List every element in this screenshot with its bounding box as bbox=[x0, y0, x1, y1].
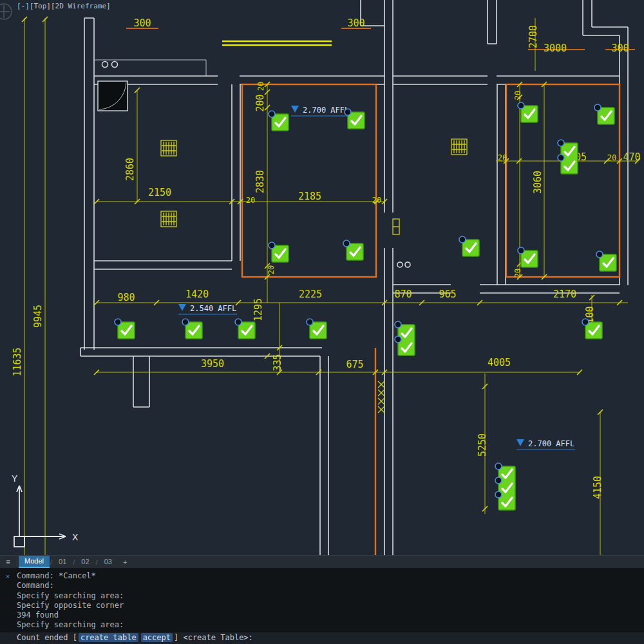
count-marker[interactable] bbox=[594, 104, 614, 124]
command-history-line: Command: *Cancel* bbox=[0, 571, 644, 581]
command-history-line: Command: bbox=[0, 581, 644, 591]
dim-label-vertical[interactable]: 20 bbox=[256, 82, 265, 91]
tab-model[interactable]: Model bbox=[19, 556, 50, 568]
prompt-option-create-table[interactable]: create table bbox=[79, 633, 138, 642]
command-history-line: Specify searching area: bbox=[0, 591, 644, 601]
count-marker-stack[interactable] bbox=[558, 140, 578, 174]
dim-label-vertical[interactable]: 11635 bbox=[12, 347, 23, 376]
tab-layout-03[interactable]: 03 bbox=[99, 556, 118, 567]
door-symbol bbox=[98, 81, 128, 111]
cad-application: [-][Top][2D Wireframe] bbox=[0, 0, 644, 644]
count-marker[interactable] bbox=[596, 251, 616, 271]
level-label: 2.700 AFFL bbox=[528, 439, 574, 448]
dim-label[interactable]: 870 bbox=[394, 289, 412, 300]
dim-label[interactable]: 300 bbox=[611, 43, 629, 54]
ucs-x-label: X bbox=[72, 532, 79, 542]
count-marker-stack[interactable] bbox=[495, 463, 515, 510]
command-input[interactable]: Count ended [create tableaccept] <create… bbox=[0, 632, 644, 644]
dim-label[interactable]: 675 bbox=[346, 359, 363, 370]
count-marker[interactable] bbox=[343, 240, 363, 260]
dim-label[interactable]: 980 bbox=[117, 292, 135, 303]
dim-label[interactable]: 300 bbox=[347, 17, 365, 29]
dim-label[interactable]: 4005 bbox=[488, 357, 511, 368]
dim-label[interactable]: 20 bbox=[246, 196, 255, 205]
dim-label-vertical[interactable]: 335 bbox=[272, 354, 283, 371]
dim-label[interactable]: 20 bbox=[607, 153, 616, 162]
count-marker[interactable] bbox=[235, 319, 255, 339]
dim-label-vertical[interactable]: 20 bbox=[513, 269, 522, 278]
command-history-line: Specify opposite corner bbox=[0, 601, 644, 611]
command-marker-icon[interactable]: ✕ bbox=[6, 573, 10, 580]
count-marker[interactable] bbox=[269, 111, 289, 131]
menu-icon[interactable]: ≡ bbox=[0, 558, 16, 567]
grille-symbol[interactable] bbox=[161, 140, 176, 156]
dim-label[interactable]: 965 bbox=[439, 289, 456, 300]
dim-label[interactable]: 2225 bbox=[299, 289, 322, 300]
dim-label[interactable]: 470 bbox=[623, 151, 640, 163]
dim-label-vertical[interactable]: 20 bbox=[267, 265, 276, 274]
dim-label[interactable]: 20 bbox=[372, 196, 381, 205]
new-layout-button[interactable]: + bbox=[118, 558, 132, 566]
prompt-prefix: Count ended [ bbox=[17, 633, 77, 642]
dim-label-vertical[interactable]: 1295 bbox=[252, 298, 264, 321]
dim-label-vertical[interactable]: 2830 bbox=[254, 170, 266, 193]
count-marker[interactable] bbox=[518, 247, 538, 267]
prompt-suffix: ] <create Table>: bbox=[174, 633, 253, 642]
command-window[interactable]: ✕ Command: *Cancel* Command: Specify sea… bbox=[0, 568, 644, 644]
level-label: 2.540 AFFL bbox=[190, 304, 236, 313]
command-history-line: 394 found bbox=[0, 611, 644, 620]
dim-label[interactable]: 2170 bbox=[553, 289, 576, 300]
dim-label-vertical[interactable]: 20 bbox=[513, 91, 522, 100]
count-marker[interactable] bbox=[307, 319, 327, 339]
count-marker[interactable] bbox=[345, 109, 365, 129]
dim-label[interactable]: 300 bbox=[133, 17, 151, 29]
tab-layout-02[interactable]: 02 bbox=[75, 556, 95, 567]
dim-label-vertical[interactable]: 200 bbox=[254, 94, 266, 111]
dim-label[interactable]: 20 bbox=[498, 153, 507, 162]
command-history-line: Specify searching area: bbox=[0, 620, 644, 630]
dim-label[interactable]: 2185 bbox=[298, 191, 321, 202]
drawing-canvas[interactable]: [-][Top][2D Wireframe] bbox=[0, 0, 644, 555]
level-label: 2.700 AFFL bbox=[303, 106, 349, 115]
count-marker[interactable] bbox=[459, 236, 479, 256]
count-marker-stack[interactable] bbox=[395, 321, 415, 355]
dim-label-vertical[interactable]: 9945 bbox=[32, 305, 44, 328]
dim-label-vertical[interactable]: 4150 bbox=[592, 476, 603, 499]
dim-label[interactable]: 2150 bbox=[148, 187, 171, 198]
dim-label-vertical[interactable]: 5250 bbox=[477, 433, 488, 457]
viewport-controls[interactable]: [-][Top][2D Wireframe] bbox=[17, 2, 111, 10]
dim-label[interactable]: 1420 bbox=[185, 289, 209, 300]
count-marker[interactable] bbox=[582, 319, 602, 339]
tab-layout-01[interactable]: 01 bbox=[53, 556, 72, 567]
grille-symbol[interactable] bbox=[161, 211, 176, 227]
ucs-y-label: Y bbox=[12, 473, 18, 484]
count-marker[interactable] bbox=[182, 319, 202, 339]
count-marker[interactable] bbox=[269, 242, 289, 262]
dim-label-vertical[interactable]: 2860 bbox=[124, 158, 136, 181]
count-marker[interactable] bbox=[518, 102, 538, 122]
model-space[interactable]: [-][Top][2D Wireframe] bbox=[0, 0, 644, 555]
dim-label-vertical[interactable]: 2700 bbox=[527, 25, 539, 48]
grille-symbol[interactable] bbox=[451, 139, 467, 155]
dim-label[interactable]: 3950 bbox=[201, 358, 224, 370]
dim-label-vertical[interactable]: 3060 bbox=[532, 171, 544, 194]
prompt-option-accept[interactable]: accept bbox=[141, 633, 173, 642]
dim-label[interactable]: 3000 bbox=[544, 43, 567, 54]
layout-tab-bar: ≡ Model / 01 / 02 / 03 + bbox=[0, 555, 644, 568]
count-marker[interactable] bbox=[115, 319, 135, 339]
